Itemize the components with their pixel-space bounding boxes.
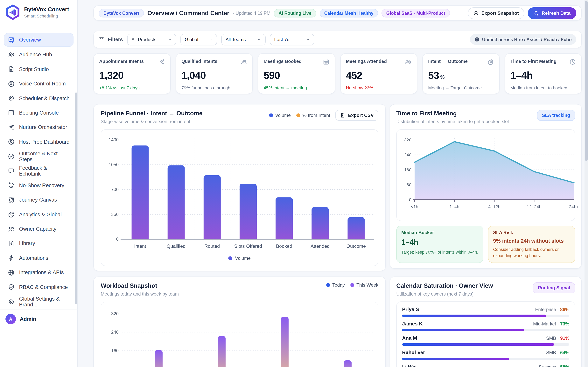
sidebar-item-overview[interactable]: Overview: [4, 33, 73, 47]
funnel-title: Pipeline Funnel · Intent → Outcome: [101, 110, 203, 117]
sla-risk-card: SLA Risk 9% intents 24h without slots Co…: [488, 226, 575, 263]
svg-text:320: 320: [404, 137, 411, 142]
sidebar-item-booking-console[interactable]: Booking Console: [4, 106, 73, 119]
svg-text:160: 160: [111, 348, 119, 353]
utilization-fill: [402, 358, 509, 360]
user-circle-icon: [8, 138, 15, 145]
workload-legend: Today This Week: [326, 282, 378, 288]
sidebar-item-label: Integrations & APIs: [19, 270, 64, 275]
sidebar-item-scheduler-dispatch[interactable]: Scheduler & Dispatch: [4, 92, 73, 105]
owner-row: Rahul Ver SMB · 64%: [402, 350, 569, 360]
sidebar-item-library[interactable]: Library: [4, 237, 73, 250]
owner-row: Priya S Enterprise · 86%: [402, 306, 569, 317]
chevron-down-icon: [208, 37, 213, 42]
gear-icon: [8, 95, 15, 102]
funnel-bar-chart: 035070010501400IntentQualifiedRoutedSlot…: [104, 133, 375, 254]
scope-note-pill: Unified across Hire / Assist / Reach / E…: [470, 34, 576, 45]
svg-text:Intent: Intent: [134, 243, 146, 249]
admin-row[interactable]: A Admin: [0, 309, 78, 328]
main-content: ByteVox Convert Overview / Command Cente…: [93, 0, 582, 367]
export-csv-button[interactable]: Export CSV: [335, 110, 378, 121]
chevron-down-icon: [306, 37, 310, 42]
sidebar-item-outcome-next-steps[interactable]: Outcome & Next Steps: [4, 150, 73, 163]
legend-dot: [269, 113, 273, 117]
workload-subtitle: Meetings today and this week by team: [101, 291, 179, 297]
shield-check-icon: [8, 284, 15, 291]
sidebar-item-label: Analytics & Global: [19, 211, 62, 217]
brand-name: ByteVox Convert: [24, 6, 69, 13]
page-scrollbar[interactable]: [585, 0, 588, 367]
sidebar-item-no-show-recovery[interactable]: No-Show Recovery: [4, 179, 73, 192]
kpi-value: 1,040: [182, 69, 247, 82]
ttfm-title: Time to First Meeting: [396, 110, 509, 117]
refresh-icon: [8, 182, 15, 189]
refresh-data-button[interactable]: Refresh Data: [528, 7, 576, 19]
routing-signal-badge: Routing Signal: [533, 282, 575, 293]
sidebar-item-feedback-echolink[interactable]: Feedback & EchoLink: [4, 165, 73, 177]
kpi-row: Appointment Intents 1,320 +8.1% vs last …: [93, 53, 582, 94]
status-badge: Global SaaS · Multi-Product: [382, 9, 450, 17]
median-bucket-value: 1–4h: [401, 238, 478, 247]
sidebar-item-nurture-orchestrator[interactable]: Nurture Orchestrator: [4, 121, 73, 134]
sidebar-item-voice-control-room[interactable]: Voice Control Room: [4, 77, 73, 90]
app-badge: ByteVox Convert: [99, 9, 144, 17]
gear-icon: [8, 298, 15, 305]
filter-products-select[interactable]: All Products: [127, 33, 176, 45]
sidebar-item-audience-hub[interactable]: Audience Hub: [4, 48, 73, 61]
export-snapshot-button[interactable]: Export Snapshot: [468, 7, 524, 19]
status-badges: AI Routing Live Calendar Mesh Healthy Gl…: [274, 9, 450, 17]
page-scrollbar-thumb[interactable]: [585, 1, 588, 161]
filter-range-select[interactable]: Last 7d: [270, 33, 314, 45]
puzzle-icon: [8, 197, 15, 203]
kpi-sublabel: No-show 23%: [346, 85, 411, 90]
filter-region-select[interactable]: Global: [181, 33, 217, 45]
legend-item: Today: [326, 282, 345, 288]
owner-meta: Mid-Market · 73%: [533, 321, 569, 327]
globe-icon: [474, 37, 479, 42]
sidebar-item-automations[interactable]: Automations: [4, 252, 73, 265]
workload-chart-box: 320240160800: [101, 302, 378, 367]
sidebar-item-label: Audience Hub: [19, 52, 52, 58]
svg-text:1050: 1050: [109, 162, 119, 167]
filters-label: Filters: [99, 36, 123, 42]
kpi-sublabel: +8.1% vs last 7 days: [99, 85, 165, 90]
workload-snapshot-panel: Workload Snapshot Meetings today and thi…: [93, 276, 386, 367]
kpi-card-0: Appointment Intents 1,320 +8.1% vs last …: [93, 53, 171, 94]
kpi-value: 1–4h: [510, 69, 576, 82]
svg-text:Qualified: Qualified: [167, 243, 185, 249]
legend-dot: [326, 283, 330, 287]
sidebar-item-host-prep-dashboard[interactable]: Host Prep Dashboard: [4, 135, 73, 148]
sidebar-item-integrations-apis[interactable]: Integrations & APIs: [4, 266, 73, 279]
workload-title: Workload Snapshot: [101, 282, 179, 289]
sidebar-item-label: Outcome & Next Steps: [19, 150, 69, 162]
svg-text:1–4h: 1–4h: [450, 204, 459, 209]
sidebar-item-owner-capacity[interactable]: Owner Capacity: [4, 223, 73, 235]
svg-text:240: 240: [404, 152, 411, 157]
funnel-subtitle: Stage-wise volume & conversion from inte…: [101, 119, 203, 124]
saturation-title: Calendar Saturation · Owner View: [396, 282, 493, 289]
kpi-sublabel: 79% funnel pass-through: [182, 85, 247, 90]
status-badge: AI Routing Live: [274, 9, 316, 17]
sidebar-item-analytics-global[interactable]: Analytics & Global: [4, 208, 73, 221]
sidebar-item-rbac-compliance[interactable]: RBAC & Compliance: [4, 281, 73, 293]
svg-text:Routed: Routed: [204, 243, 220, 249]
brand: ByteVox Convert Smart Scheduling: [0, 0, 78, 24]
legend-item: Volume: [269, 113, 291, 118]
sidebar-item-label: Nurture Orchestrator: [19, 125, 67, 130]
sidebar-item-global-settings-brand[interactable]: Global Settings & Brand...: [4, 295, 73, 308]
sparkles-icon: [8, 124, 15, 131]
kpi-sublabel: Meeting → Target Outcome: [428, 85, 494, 90]
legend-dot: [296, 113, 300, 117]
file-download-icon: [8, 240, 15, 247]
sidebar-item-label: Journey Canvas: [19, 197, 57, 203]
svg-text:80: 80: [406, 182, 411, 187]
sidebar-item-label: RBAC & Compliance: [19, 284, 68, 290]
sidebar-item-script-studio[interactable]: Script Studio: [4, 63, 73, 76]
kpi-card-4: Intent → Outcome 53% Meeting → Target Ou…: [422, 53, 500, 94]
owner-row: Li Wei Success · 58%: [402, 364, 569, 367]
filter-teams-select[interactable]: All Teams: [221, 33, 266, 45]
sidebar-item-journey-canvas[interactable]: Journey Canvas: [4, 194, 73, 206]
sidebar-scrollbar[interactable]: [75, 92, 77, 304]
sidebar-item-label: Script Studio: [19, 67, 49, 72]
utilization-track: [402, 329, 569, 331]
